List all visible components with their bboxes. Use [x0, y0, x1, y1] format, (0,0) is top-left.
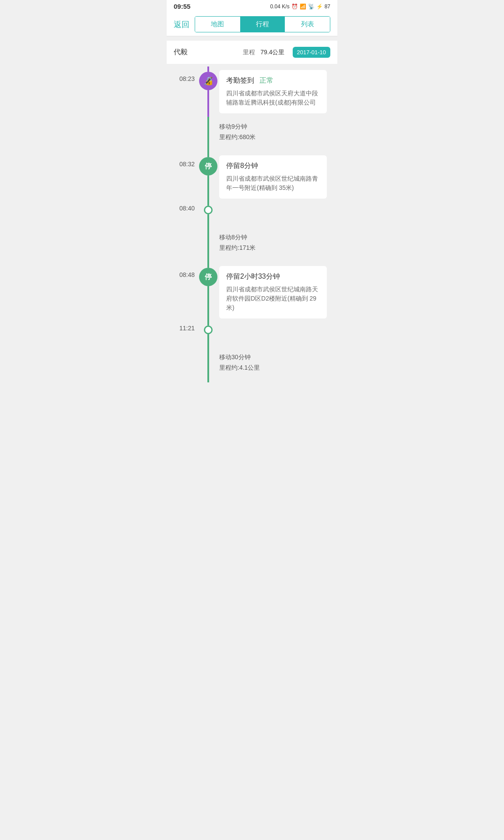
endpoint-1-time: 08:40 — [179, 205, 195, 212]
move-1-duration: 移动9分钟 — [219, 123, 332, 131]
timeline-event-3: 08:48 停 停留2小时33分钟 四川省成都市武侯区世纪城南路天府软件园D区D… — [167, 262, 337, 322]
line-top-1 — [207, 66, 209, 72]
event-3-address: 四川省成都市武侯区世纪城南路天府软件园D区D2楼附近(精确到 29米) — [226, 285, 320, 312]
tab-group: 地图 行程 列表 — [195, 16, 330, 32]
move-1-line — [207, 117, 209, 152]
event-3-time: 08:48 — [179, 271, 195, 278]
move-3-duration: 移动30分钟 — [219, 354, 332, 361]
tab-trip[interactable]: 行程 — [240, 17, 285, 32]
move-2-line — [207, 228, 209, 262]
move-1-distance: 里程约:680米 — [219, 133, 332, 141]
endpoint-2-time: 11:21 — [179, 325, 195, 332]
signal-icon: 📡 — [308, 4, 315, 10]
timeline: 08:23 🔏 考勤签到 正常 四川省成都市武侯区天府大道中段辅路靠近腾讯科技(… — [167, 66, 337, 391]
move-2-content: 移动8分钟 里程约:171米 — [219, 228, 337, 262]
header-nav: 返回 地图 行程 列表 — [167, 13, 337, 36]
timeline-event-1: 08:23 🔏 考勤签到 正常 四川省成都市武侯区天府大道中段辅路靠近腾讯科技(… — [167, 66, 337, 117]
mileage-label: 里程 — [243, 49, 255, 56]
event-2-address: 四川省成都市武侯区世纪城南路青年一号附近(精确到 35米) — [226, 174, 320, 192]
status-right: 0.04 K/s ⏰ 📶 📡 ⚡ 87 — [270, 4, 330, 10]
date-badge: 2017-01-10 — [293, 47, 331, 58]
charging-icon: ⚡ — [316, 4, 323, 10]
timeline-move-3: 移动30分钟 里程约:4.1公里 — [167, 347, 337, 382]
battery-level: 87 — [325, 4, 330, 10]
tab-list[interactable]: 列表 — [285, 17, 330, 32]
timeline-endpoint-2: 11:21 — [167, 322, 337, 347]
clock-icon: ⏰ — [291, 4, 298, 10]
status-bar: 09:55 0.04 K/s ⏰ 📶 📡 ⚡ 87 — [167, 0, 337, 13]
endpoint-1-dot — [204, 206, 213, 214]
driver-name: 代毅 — [174, 48, 239, 57]
event-2-time: 08:32 — [179, 161, 195, 168]
line-top-2 — [207, 152, 209, 157]
event-1-card: 考勤签到 正常 四川省成都市武侯区天府大道中段辅路靠近腾讯科技(成都)有限公司 — [219, 70, 327, 113]
move-3-line — [207, 347, 209, 382]
line-bottom-2 — [207, 175, 209, 202]
event-1-time: 08:23 — [179, 75, 195, 82]
event-2-card: 停留8分钟 四川省成都市武侯区世纪城南路青年一号附近(精确到 35米) — [219, 155, 327, 199]
timeline-event-2: 08:32 停 停留8分钟 四川省成都市武侯区世纪城南路青年一号附近(精确到 3… — [167, 152, 337, 202]
move-1-time-col — [167, 117, 197, 152]
event-3-title: 停留2小时33分钟 — [226, 273, 280, 280]
event-1-title: 考勤签到 — [226, 77, 254, 84]
wifi-icon: 📶 — [300, 4, 306, 10]
back-button[interactable]: 返回 — [174, 18, 191, 32]
tab-map[interactable]: 地图 — [195, 17, 240, 32]
event-3-card: 停留2小时33分钟 四川省成都市武侯区世纪城南路天府软件园D区D2楼附近(精确到… — [219, 266, 327, 318]
move-3-content: 移动30分钟 里程约:4.1公里 — [219, 347, 337, 382]
event-1-content: 考勤签到 正常 四川省成都市武侯区天府大道中段辅路靠近腾讯科技(成都)有限公司 — [219, 66, 337, 117]
timeline-move-1: 移动9分钟 里程约:680米 — [167, 117, 337, 152]
dot-2-label: 停 — [205, 162, 212, 171]
event-1-address: 四川省成都市武侯区天府大道中段辅路靠近腾讯科技(成都)有限公司 — [226, 89, 320, 107]
fingerprint-icon: 🔏 — [203, 76, 213, 86]
event-3-content: 停留2小时33分钟 四川省成都市武侯区世纪城南路天府软件园D区D2楼附近(精确到… — [219, 262, 337, 322]
move-2-distance: 里程约:171米 — [219, 244, 332, 252]
dot-3: 停 — [199, 268, 217, 286]
move-1-content: 移动9分钟 里程约:680米 — [219, 117, 337, 152]
dot-1: 🔏 — [199, 72, 217, 90]
event-2-title: 停留8分钟 — [226, 162, 258, 169]
network-speed: 0.04 K/s — [270, 4, 290, 10]
timeline-move-2: 移动8分钟 里程约:171米 — [167, 228, 337, 262]
info-bar: 代毅 里程 79.4公里 2017-01-10 — [167, 41, 337, 64]
line-bottom-1 — [207, 90, 209, 117]
mileage-value: 79.4公里 — [260, 49, 284, 56]
move-2-duration: 移动8分钟 — [219, 234, 332, 242]
event-2-content: 停留8分钟 四川省成都市武侯区世纪城南路青年一号附近(精确到 35米) — [219, 152, 337, 202]
status-time: 09:55 — [174, 3, 190, 10]
timeline-endpoint-1: 08:40 — [167, 202, 337, 228]
event-1-status: 正常 — [259, 77, 273, 84]
dot-3-label: 停 — [205, 273, 212, 282]
move-3-distance: 里程约:4.1公里 — [219, 364, 332, 372]
endpoint-2-dot — [204, 326, 213, 334]
dot-2: 停 — [199, 157, 217, 175]
